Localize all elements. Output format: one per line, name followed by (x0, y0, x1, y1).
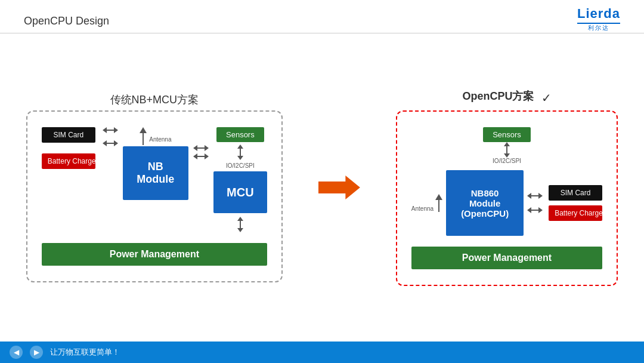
right-box-inner: Sensors IO/I2C/SPI Antenna (407, 121, 607, 275)
nb-module: NBModule (123, 146, 188, 200)
nb-mcu-dbl-arrow2 (193, 153, 209, 159)
left-arrows (103, 127, 118, 146)
r-arr-dn1 (504, 153, 510, 158)
ah-r3 (205, 145, 209, 151)
nb860-label: NB860Module(OpenCPU) (461, 188, 509, 219)
footer-text: 让万物互联更简单！ (50, 347, 120, 358)
arrow-head-left (103, 127, 107, 133)
nb-module-col: Antenna NBModule (123, 127, 188, 200)
header: OpenCPU Design Lierda 利尔达 (0, 0, 644, 36)
vl1 (240, 149, 241, 156)
battery-box: Battery Charge (42, 153, 95, 169)
right-title-row: OpenCPU方案 ✓ (462, 89, 551, 107)
sim-card-box: SIM Card (42, 127, 95, 143)
r-hl1 (531, 195, 538, 196)
checkmark: ✓ (541, 91, 552, 105)
main-content: 传统NB+MCU方案 SIM Card Battery Charge (0, 36, 644, 339)
right-side-items: SIM Card Battery Charge (549, 185, 602, 221)
arr-up2 (237, 217, 243, 221)
antenna-label-left: Antenna (149, 136, 171, 143)
r-ah-r1 (538, 193, 543, 199)
r-dbl-arr1 (527, 193, 543, 199)
next-icon: ▶ (34, 348, 39, 356)
right-sim-card: SIM Card (549, 185, 602, 201)
r-vl1 (506, 146, 507, 153)
right-diagram-area: OpenCPU方案 ✓ Sensors IO/I2C/SPI (396, 89, 618, 286)
right-row3: Power Management (411, 242, 602, 269)
vl2 (240, 221, 241, 228)
antenna-row: Antenna (140, 127, 171, 145)
vert-bottom-arrow (237, 217, 243, 232)
right-vert-arrow1 (504, 142, 510, 158)
logo-subtitle: 利尔达 (588, 24, 609, 32)
left-diagram-title: 传统NB+MCU方案 (110, 93, 199, 107)
nb-mcu-arrows (193, 145, 209, 159)
prev-icon: ◀ (14, 348, 19, 356)
left-side-items: SIM Card Battery Charge (42, 127, 95, 169)
arr-up1 (237, 144, 243, 149)
ah-l4 (193, 153, 197, 159)
arr-dn2 (237, 228, 243, 232)
right-ant-sym (435, 194, 442, 212)
right-main-row: Antenna NB860Module(OpenCPU) (411, 170, 602, 236)
nb860-module: NB860Module(OpenCPU) (446, 170, 524, 236)
h-line (107, 130, 114, 131)
r-ah-l2 (527, 207, 531, 213)
left-box-inner: SIM Card Battery Charge (37, 121, 272, 272)
next-button[interactable]: ▶ (30, 346, 43, 359)
mcu-module: MCU (213, 171, 267, 213)
right-antenna-label: Antenna (411, 205, 434, 212)
mcu-label: MCU (227, 186, 254, 199)
left-dashed-box: SIM Card Battery Charge (26, 110, 283, 282)
right-sensors-box: Sensors (483, 127, 531, 142)
footer: ◀ ▶ 让万物互联更简单！ (0, 342, 644, 363)
logo: Lierda 利尔达 (577, 6, 620, 32)
left-row2: Power Management (42, 238, 267, 266)
ah-l3 (193, 145, 197, 151)
logo-name: Lierda (577, 6, 620, 21)
r-hl2 (531, 210, 538, 211)
left-sensors-box: Sensors (216, 127, 264, 142)
ant-top (140, 127, 147, 133)
right-dashed-box: Sensors IO/I2C/SPI Antenna (396, 110, 618, 286)
r-ah-r2 (538, 207, 543, 213)
dbl-arrow-sim (103, 127, 118, 133)
arrow-head-left2 (103, 140, 107, 146)
r-ant-stick (438, 200, 439, 212)
right-antenna-sym: Antenna (411, 194, 442, 212)
antenna-symbol (140, 127, 147, 145)
arrow-head-right (114, 127, 118, 133)
hl4 (197, 156, 205, 157)
left-diagram-area: 传统NB+MCU方案 SIM Card Battery Charge (26, 93, 283, 282)
hl3 (197, 147, 205, 149)
arrow-head-right2 (114, 140, 118, 146)
ah-r4 (205, 153, 209, 159)
header-divider (0, 33, 644, 33)
big-arrow (318, 176, 360, 199)
prev-button[interactable]: ◀ (10, 346, 23, 359)
left-row1: SIM Card Battery Charge (42, 127, 267, 232)
sensors-mcu-col: Sensors IO/I2C/SPI MCU (213, 127, 267, 232)
page-title: OpenCPU Design (24, 15, 109, 27)
r-ant-top (435, 194, 442, 200)
arr-dn1 (237, 156, 243, 160)
io-label-left: IO/I2C/SPI (226, 162, 255, 169)
right-battery: Battery Charge (549, 205, 602, 221)
r-arr-up1 (504, 142, 510, 146)
right-sensors-area: Sensors IO/I2C/SPI (411, 127, 602, 164)
nb-module-label: NBModule (137, 161, 174, 186)
h-line2 (107, 143, 114, 144)
r-dbl-arr2 (527, 207, 543, 213)
right-antenna-col: Antenna (411, 194, 442, 212)
left-power-mgmt: Power Management (42, 243, 267, 266)
right-side-arrows (527, 193, 543, 213)
dbl-arrow-batt (103, 140, 118, 146)
r-ah-l1 (527, 193, 531, 199)
right-io-label: IO/I2C/SPI (493, 158, 521, 164)
vert-io-arrow (237, 144, 243, 160)
nb-mcu-dbl-arrow (193, 145, 209, 151)
big-arrow-body (318, 176, 360, 199)
right-power-mgmt: Power Management (411, 247, 602, 269)
ant-stick (143, 133, 144, 145)
right-diagram-title: OpenCPU方案 (462, 89, 534, 103)
